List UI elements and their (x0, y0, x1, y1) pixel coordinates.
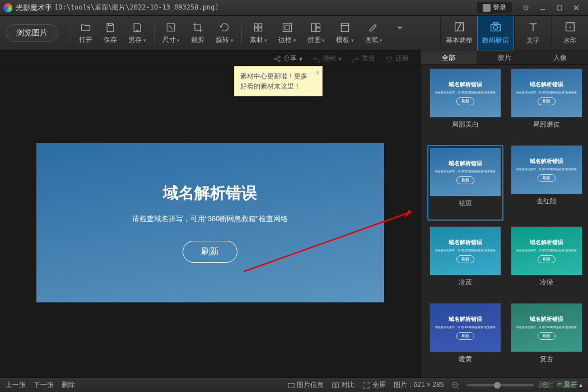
expand-button[interactable]: ≡ 展开 ▴ (558, 380, 582, 390)
svg-rect-3 (557, 6, 562, 10)
svg-marker-29 (404, 209, 412, 218)
preset-冷蓝[interactable]: 域名解析错误 请检查域名拼写，可用“360断网急救箱”检查网络 刷新 冷蓝 (427, 226, 503, 297)
canvas-area: 分享 ▾ 撤销 ▾ 重做 还原 域名解析错误 请检查域名拼写，可用“360断网急… (0, 50, 420, 377)
more-button[interactable] (388, 22, 412, 44)
zoom-out-icon[interactable] (451, 381, 459, 389)
svg-point-26 (278, 55, 281, 58)
subtab-all[interactable]: 全部 (421, 50, 477, 64)
delete-button[interactable]: 删除 (62, 380, 75, 390)
svg-point-25 (274, 58, 277, 60)
info-button[interactable]: 图片信息 (287, 380, 324, 390)
preset-冷绿[interactable]: 域名解析错误 请检查域名拼写，可用“360断网急救箱”检查网络 刷新 冷绿 (509, 226, 584, 297)
tab-darkroom[interactable]: 数码暗房 (477, 16, 514, 50)
preset-thumb: 域名解析错误 请检查域名拼写，可用“360断网急救箱”检查网络 刷新 (430, 303, 501, 352)
preset-去红眼[interactable]: 域名解析错误 请检查域名拼写，可用“360断网急救箱”检查网络 刷新 去红眼 (509, 145, 584, 221)
svg-rect-31 (333, 382, 335, 388)
material-button[interactable]: 素材 (244, 21, 273, 45)
image-preview: 域名解析错误 请检查域名拼写，可用“360断网急救箱”检查网络 刷新 (36, 143, 384, 302)
svg-rect-9 (259, 24, 262, 27)
preset-grid[interactable]: 域名解析错误 请检查域名拼写，可用“360断网急救箱”检查网络 刷新 局部美白 … (421, 65, 588, 377)
maximize-icon[interactable] (551, 3, 568, 13)
open-button[interactable]: 打开 (73, 21, 98, 45)
subtab-film[interactable]: 胶片 (477, 50, 533, 64)
svg-point-1 (525, 7, 526, 8)
fullscreen-button[interactable]: 全屏 (362, 380, 385, 390)
preset-thumb: 域名解析错误 请检查域名拼写，可用“360断网急救箱”检查网络 刷新 (430, 68, 501, 118)
tab-text[interactable]: 文字 (514, 16, 551, 50)
preset-label: 复古 (540, 354, 553, 364)
preset-复古[interactable]: 域名解析错误 请检查域名拼写，可用“360断网急救箱”检查网络 刷新 复古 (509, 303, 584, 374)
preset-label: 局部磨皮 (533, 120, 560, 129)
preset-label: 去红眼 (536, 197, 557, 206)
subtab-portrait[interactable]: 人像 (532, 50, 588, 64)
settings-icon[interactable] (517, 3, 534, 13)
svg-rect-10 (255, 27, 258, 31)
svg-rect-15 (316, 23, 320, 27)
undo-button[interactable]: 撤销 ▾ (312, 54, 342, 63)
image-size-label: 图片：621 × 285 (394, 380, 444, 390)
compare-button[interactable]: 对比 (332, 380, 354, 390)
refresh-button: 刷新 (183, 241, 237, 263)
preset-祛斑[interactable]: 域名解析错误 请检查域名拼写，可用“360断网急救箱”检查网络 刷新 祛斑 (427, 145, 503, 221)
preset-暖黄[interactable]: 域名解析错误 请检查域名拼写，可用“360断网急救箱”检查网络 刷新 暖黄 (427, 303, 503, 374)
tab-basic[interactable]: 基本调整 (440, 16, 477, 50)
material-icon (252, 21, 264, 34)
svg-rect-30 (288, 383, 294, 388)
preset-label: 冷绿 (540, 278, 553, 287)
rotate-button[interactable]: 旋转 (210, 21, 239, 45)
prev-button[interactable]: 上一张 (6, 380, 26, 390)
preset-label: 局部美白 (452, 120, 479, 129)
svg-rect-12 (283, 23, 291, 31)
secondbar: 分享 ▾ 撤销 ▾ 重做 还原 (0, 50, 420, 67)
watermark-icon: + (563, 20, 577, 34)
template-button[interactable]: 模板 (330, 21, 360, 45)
app-name: 光影魔术手 (16, 3, 52, 13)
svg-rect-17 (341, 23, 348, 31)
statusbar: 上一张 下一张 删除 图片信息 对比 全屏 图片：621 × 285 ≡ 展开 … (0, 377, 588, 392)
app-icon (3, 3, 12, 12)
save-button[interactable]: 保存 (98, 21, 123, 45)
restore-button[interactable]: 还原 (385, 54, 409, 63)
tooltip-close-icon[interactable]: × (316, 68, 320, 78)
svg-rect-22 (493, 23, 497, 25)
size-button[interactable]: 尺寸 (157, 21, 186, 45)
brush-button[interactable]: 画笔 (360, 21, 389, 45)
svg-rect-13 (285, 25, 290, 29)
preset-thumb: 域名解析错误 请检查域名拼写，可用“360断网急救箱”检查网络 刷新 (511, 68, 582, 118)
tab-watermark[interactable]: +水印 (551, 16, 588, 50)
border-button[interactable]: 边框 (273, 21, 302, 45)
folder-icon (80, 21, 92, 34)
browse-button[interactable]: 浏览图片 (6, 24, 58, 42)
preset-局部磨皮[interactable]: 域名解析错误 请检查域名拼写，可用“360断网急救箱”检查网络 刷新 局部磨皮 (509, 68, 584, 139)
svg-rect-14 (312, 23, 316, 31)
side-panel: 全部 胶片 人像 域名解析错误 请检查域名拼写，可用“360断网急救箱”检查网络… (420, 50, 588, 377)
share-button[interactable]: 分享 ▾ (273, 54, 302, 63)
preset-thumb: 域名解析错误 请检查域名拼写，可用“360断网急救箱”检查网络 刷新 (511, 226, 582, 276)
login-button[interactable]: 登录 (477, 2, 512, 13)
svg-rect-16 (316, 27, 320, 31)
crop-button[interactable]: 裁剪 (185, 21, 210, 45)
material-tooltip: × 素材中心更新啦！更多好看的素材来这里！ (234, 66, 323, 96)
adjust-icon (452, 20, 466, 34)
close-icon[interactable] (568, 3, 585, 13)
svg-line-34 (457, 387, 459, 389)
svg-point-21 (493, 25, 497, 29)
minimize-icon[interactable] (534, 3, 551, 13)
svg-rect-8 (255, 24, 258, 27)
error-title: 域名解析错误 (163, 183, 257, 204)
login-label: 登录 (493, 3, 506, 12)
preset-thumb: 域名解析错误 请检查域名拼写，可用“360断网急救箱”检查网络 刷新 (511, 145, 582, 194)
next-button[interactable]: 下一张 (34, 380, 54, 390)
saveas-button[interactable]: 另存 (123, 21, 152, 45)
svg-text:+: + (568, 25, 571, 30)
save-icon (104, 21, 116, 34)
redo-button[interactable]: 重做 (352, 54, 375, 63)
zoom-slider[interactable] (467, 384, 534, 386)
user-icon (483, 4, 491, 12)
collage-button[interactable]: 拼图 (302, 21, 331, 45)
preset-局部美白[interactable]: 域名解析错误 请检查域名拼写，可用“360断网急救箱”检查网络 刷新 局部美白 (427, 68, 503, 139)
zoom-in-icon[interactable] (542, 381, 550, 389)
brush-icon (367, 21, 380, 34)
toolbar: 浏览图片 打开 保存 另存 尺寸 裁剪 旋转 素材 边框 拼图 模板 画笔 基本… (0, 16, 588, 50)
svg-rect-32 (336, 382, 338, 388)
